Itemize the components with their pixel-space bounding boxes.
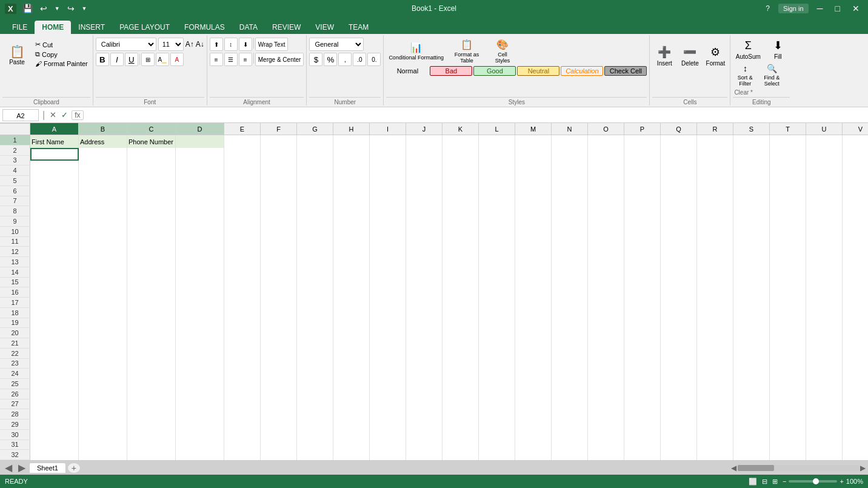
cell-I24[interactable] bbox=[370, 428, 406, 441]
cell-P13[interactable] bbox=[624, 288, 661, 301]
cell-P4[interactable] bbox=[624, 173, 661, 186]
cell-F8[interactable] bbox=[261, 224, 297, 237]
cell-F23[interactable] bbox=[261, 415, 297, 428]
cell-E10[interactable] bbox=[224, 250, 261, 262]
cell-D21[interactable] bbox=[176, 390, 224, 403]
cell-J20[interactable] bbox=[406, 377, 442, 390]
confirm-formula-button[interactable]: ✓ bbox=[60, 110, 69, 119]
cell-F6[interactable] bbox=[261, 199, 297, 212]
cell-E9[interactable] bbox=[224, 237, 261, 250]
cell-V13[interactable] bbox=[843, 288, 868, 301]
cell-N22[interactable] bbox=[552, 403, 588, 415]
cell-E19[interactable] bbox=[224, 364, 261, 377]
cell-S25[interactable] bbox=[733, 441, 770, 453]
cell-M16[interactable] bbox=[515, 326, 552, 339]
decrease-decimal-button[interactable]: 0. bbox=[367, 53, 381, 66]
col-header-T[interactable]: T bbox=[770, 123, 806, 135]
cell-J26[interactable] bbox=[406, 453, 442, 460]
cell-I13[interactable] bbox=[370, 288, 406, 301]
row-num-24[interactable]: 24 bbox=[0, 369, 30, 379]
cell-A15[interactable] bbox=[30, 313, 79, 326]
style-neutral[interactable]: Neutral bbox=[517, 66, 559, 76]
cell-O11[interactable] bbox=[588, 262, 624, 275]
row-num-27[interactable]: 27 bbox=[0, 399, 30, 410]
cell-S19[interactable] bbox=[733, 364, 770, 377]
cell-J19[interactable] bbox=[406, 364, 442, 377]
cell-V12[interactable] bbox=[843, 275, 868, 288]
row-num-5[interactable]: 5 bbox=[0, 176, 30, 186]
cell-M12[interactable] bbox=[515, 275, 552, 288]
cell-O15[interactable] bbox=[588, 313, 624, 326]
cell-A10[interactable] bbox=[30, 250, 79, 262]
row-num-14[interactable]: 14 bbox=[0, 267, 30, 278]
cell-F5[interactable] bbox=[261, 186, 297, 199]
cell-C25[interactable] bbox=[127, 441, 176, 453]
col-header-Q[interactable]: Q bbox=[661, 123, 697, 135]
cell-G5[interactable] bbox=[297, 186, 333, 199]
format-button[interactable]: ⚙ Format bbox=[703, 38, 727, 74]
cell-Q2[interactable] bbox=[661, 148, 697, 161]
cell-B5[interactable] bbox=[79, 186, 127, 199]
cell-N21[interactable] bbox=[552, 390, 588, 403]
cell-K3[interactable] bbox=[442, 161, 479, 173]
cell-D10[interactable] bbox=[176, 250, 224, 262]
cell-J10[interactable] bbox=[406, 250, 442, 262]
cell-S22[interactable] bbox=[733, 403, 770, 415]
cell-A6[interactable] bbox=[30, 199, 79, 212]
style-bad[interactable]: Bad bbox=[430, 66, 472, 76]
cell-U23[interactable] bbox=[806, 415, 843, 428]
cell-G19[interactable] bbox=[297, 364, 333, 377]
cell-L17[interactable] bbox=[479, 339, 515, 352]
cell-S6[interactable] bbox=[733, 199, 770, 212]
cell-M5[interactable] bbox=[515, 186, 552, 199]
cell-V23[interactable] bbox=[843, 415, 868, 428]
cell-L2[interactable] bbox=[479, 148, 515, 161]
cell-V7[interactable] bbox=[843, 212, 868, 224]
cell-F15[interactable] bbox=[261, 313, 297, 326]
cell-B17[interactable] bbox=[79, 339, 127, 352]
row-num-3[interactable]: 3 bbox=[0, 156, 30, 166]
cell-C5[interactable] bbox=[127, 186, 176, 199]
cell-D23[interactable] bbox=[176, 415, 224, 428]
col-header-V[interactable]: V bbox=[843, 123, 868, 135]
cell-C1[interactable]: Phone Number bbox=[127, 135, 176, 148]
cell-V1[interactable] bbox=[843, 135, 868, 148]
col-header-P[interactable]: P bbox=[624, 123, 661, 135]
cell-S9[interactable] bbox=[733, 237, 770, 250]
cell-G6[interactable] bbox=[297, 199, 333, 212]
cell-J9[interactable] bbox=[406, 237, 442, 250]
formula-input[interactable] bbox=[86, 107, 866, 122]
cell-U26[interactable] bbox=[806, 453, 843, 460]
cell-O17[interactable] bbox=[588, 339, 624, 352]
cell-S23[interactable] bbox=[733, 415, 770, 428]
cell-A25[interactable] bbox=[30, 441, 79, 453]
cell-F17[interactable] bbox=[261, 339, 297, 352]
cell-H2[interactable] bbox=[333, 148, 370, 161]
cell-U21[interactable] bbox=[806, 390, 843, 403]
cell-Q19[interactable] bbox=[661, 364, 697, 377]
cell-L15[interactable] bbox=[479, 313, 515, 326]
cell-Q23[interactable] bbox=[661, 415, 697, 428]
cell-V2[interactable] bbox=[843, 148, 868, 161]
cell-B2[interactable] bbox=[79, 148, 127, 161]
cell-A14[interactable] bbox=[30, 301, 79, 313]
cell-S24[interactable] bbox=[733, 428, 770, 441]
cell-N24[interactable] bbox=[552, 428, 588, 441]
cell-C22[interactable] bbox=[127, 403, 176, 415]
align-center-button[interactable]: ☰ bbox=[224, 53, 238, 66]
cell-E25[interactable] bbox=[224, 441, 261, 453]
cell-T5[interactable] bbox=[770, 186, 806, 199]
cell-J7[interactable] bbox=[406, 212, 442, 224]
cell-H1[interactable] bbox=[333, 135, 370, 148]
cell-R6[interactable] bbox=[697, 199, 733, 212]
cell-U24[interactable] bbox=[806, 428, 843, 441]
fill-button[interactable]: ⬇ Fill bbox=[766, 38, 790, 61]
zoom-thumb[interactable] bbox=[813, 478, 819, 484]
row-num-1[interactable]: 1 bbox=[0, 135, 30, 145]
cell-F4[interactable] bbox=[261, 173, 297, 186]
cell-K2[interactable] bbox=[442, 148, 479, 161]
cell-E16[interactable] bbox=[224, 326, 261, 339]
cell-L26[interactable] bbox=[479, 453, 515, 460]
cell-S4[interactable] bbox=[733, 173, 770, 186]
cell-E4[interactable] bbox=[224, 173, 261, 186]
